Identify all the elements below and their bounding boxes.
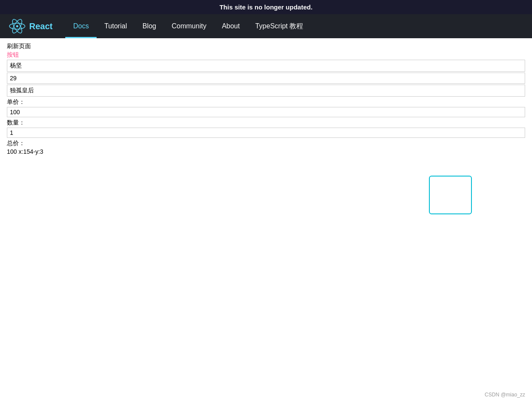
nav-link-tutorial[interactable]: Tutorial [97, 14, 135, 38]
banner-text: This site is no longer updated. [219, 3, 313, 11]
nav-links: Docs Tutorial Blog Community About TypeS… [65, 14, 311, 38]
unit-price-input[interactable] [7, 107, 525, 117]
nav-link-blog[interactable]: Blog [135, 14, 164, 38]
react-logo-icon [9, 18, 26, 35]
site-banner: This site is no longer updated. [0, 0, 532, 14]
brand-name: React [29, 21, 52, 31]
navbar: React Docs Tutorial Blog Community About… [0, 14, 532, 38]
nav-link-docs[interactable]: Docs [65, 14, 96, 38]
quantity-label: 数量： [7, 119, 525, 127]
nav-link-about[interactable]: About [214, 14, 248, 38]
nav-link-community[interactable]: Community [164, 14, 214, 38]
brand[interactable]: React [9, 18, 52, 35]
name-row: 杨坚 [7, 60, 525, 72]
age-row: 29 [7, 73, 525, 84]
button-link[interactable]: 按钮 [7, 51, 525, 59]
quantity-input[interactable] [7, 128, 525, 138]
nav-link-typescript[interactable]: TypeScript 教程 [247, 14, 311, 38]
unit-price-label: 单价： [7, 98, 525, 106]
main-content: 刷新页面 按钮 杨坚 29 独孤皇后 单价： 数量： 总价： 100 x:154… [0, 38, 532, 159]
total-value: 100 x:154-y:3 [7, 148, 525, 155]
title-row: 独孤皇后 [7, 85, 525, 97]
total-label: 总价： [7, 140, 525, 147]
svg-point-3 [16, 25, 18, 27]
refresh-label[interactable]: 刷新页面 [7, 43, 525, 50]
footer-credit: CSDN @miao_zz [485, 392, 525, 398]
floating-box [429, 176, 472, 214]
